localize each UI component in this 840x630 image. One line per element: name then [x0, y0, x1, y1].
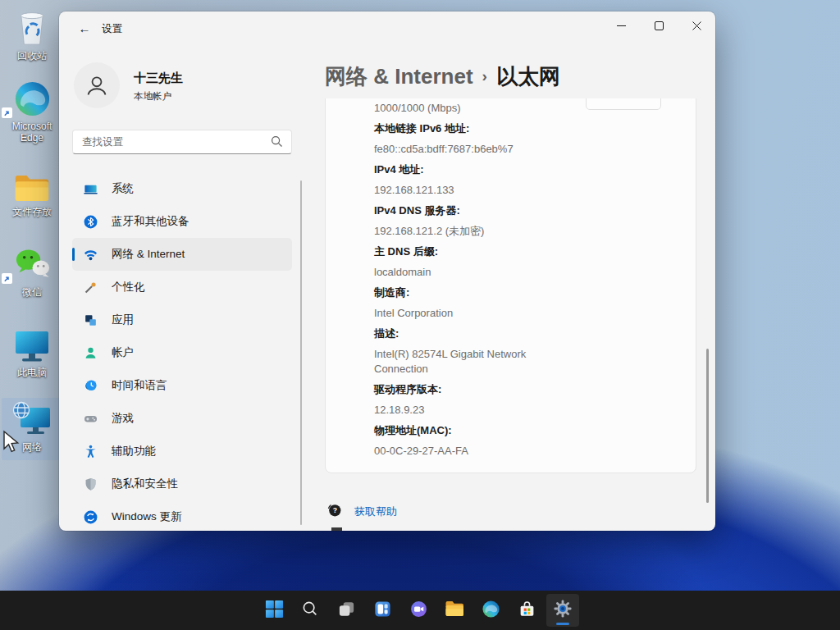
file-explorer-button[interactable] [438, 594, 471, 627]
help-icon: ? [326, 502, 342, 521]
avatar[interactable] [74, 62, 120, 108]
sidebar-item-time-language[interactable]: 时间和语言 [72, 369, 292, 402]
desktop-icon-label: 微信 [2, 286, 62, 298]
network-properties-card: 1000/1000 (Mbps) 本地链接 IPv6 地址: fe80::cd5… [325, 98, 696, 473]
sidebar-item-personalization[interactable]: 个性化 [72, 271, 292, 304]
breadcrumb-parent[interactable]: 网络 & Internet [325, 64, 473, 89]
sidebar-item-system[interactable]: 系统 [72, 172, 292, 205]
start-button[interactable] [258, 594, 290, 627]
windows-update-icon [83, 509, 98, 525]
sidebar-nav: 系统 蓝牙和其他设备 [72, 172, 292, 531]
desktop-icon-label: 文件存放 [2, 206, 62, 217]
mouse-cursor [2, 430, 21, 458]
user-name: 十三先生 [134, 71, 183, 86]
get-help-link[interactable]: ? 获取帮助 [326, 502, 397, 521]
desktop-icon-this-pc[interactable]: 此电脑 [2, 323, 62, 378]
gaming-icon [83, 411, 98, 427]
detail-label: IPv4 地址: [374, 162, 678, 177]
account-type: 本地帐户 [134, 90, 171, 103]
personalization-icon [83, 280, 98, 295]
detail-value: 192.168.121.2 (未加密) [374, 224, 551, 239]
breadcrumb: 网络 & Internet›以太网 [325, 62, 560, 91]
task-view-icon [337, 600, 356, 622]
settings-window: ← 设置 十三先生 本地帐户 [59, 11, 715, 531]
edge-icon [482, 600, 500, 622]
wifi-icon [83, 247, 98, 262]
settings-app-button[interactable] [546, 594, 579, 627]
sidebar-scrollbar[interactable] [300, 180, 302, 525]
sidebar-item-apps[interactable]: 应用 [72, 304, 292, 336]
apps-icon [83, 313, 98, 328]
sidebar-item-accessibility[interactable]: 辅助功能 [72, 435, 292, 468]
widgets-icon [373, 600, 392, 622]
detail-value: 1000/1000 (Mbps) [374, 101, 551, 116]
desktop-icon-label: Microsoft Edge [2, 121, 62, 144]
page-title: 以太网 [496, 64, 560, 89]
detail-label: IPv4 DNS 服务器: [374, 203, 678, 218]
settings-gear-icon [552, 598, 573, 623]
sidebar-item-bluetooth[interactable]: 蓝牙和其他设备 [72, 205, 292, 238]
content-scrollbar[interactable] [706, 349, 709, 503]
feedback-icon-partial [331, 527, 342, 531]
chat-icon [409, 600, 428, 622]
detail-value: localdomain [374, 265, 551, 280]
start-icon [265, 600, 284, 622]
window-title: 设置 [102, 22, 122, 36]
detail-value: 00-0C-29-27-AA-FA [374, 444, 551, 459]
taskbar-search-button[interactable] [294, 594, 326, 627]
store-button[interactable] [510, 594, 543, 627]
sidebar-item-privacy-security[interactable]: 隐私和安全性 [72, 468, 292, 500]
widgets-button[interactable] [366, 594, 399, 627]
time-language-icon [83, 378, 98, 394]
detail-value: 12.18.9.23 [374, 403, 551, 418]
wechat-icon [2, 243, 62, 284]
search-icon [301, 600, 319, 621]
this-pc-icon [2, 323, 62, 364]
edge-icon [2, 77, 62, 118]
desktop: 回收站 Microsoft Edge [0, 0, 840, 630]
folder-icon [2, 162, 62, 203]
desktop-icon-wechat[interactable]: 微信 [2, 243, 62, 298]
accounts-icon [83, 345, 98, 361]
detail-value: 192.168.121.133 [374, 183, 551, 198]
desktop-icon-label: 此电脑 [2, 367, 62, 378]
recycle-bin-icon [2, 7, 62, 48]
detail-label: 主 DNS 后缀: [374, 244, 678, 259]
shortcut-arrow-icon [2, 107, 12, 118]
sidebar-item-network-internet[interactable]: 网络 & Internet [72, 238, 292, 271]
search-icon [271, 135, 283, 151]
file-explorer-icon [445, 600, 464, 621]
detail-value: Intel Corporation [374, 306, 551, 321]
accessibility-icon [83, 444, 98, 459]
store-icon [518, 600, 536, 622]
selection-accent-bar [72, 248, 75, 261]
detail-label: 驱动程序版本: [374, 382, 678, 397]
sidebar-item-accounts[interactable]: 帐户 [72, 336, 292, 369]
desktop-icon-recycle-bin[interactable]: 回收站 [2, 7, 62, 62]
svg-text:?: ? [333, 506, 337, 514]
detail-label: 本地链接 IPv6 地址: [374, 121, 678, 136]
shortcut-arrow-icon [2, 273, 12, 284]
sidebar-item-windows-update[interactable]: Windows 更新 [72, 500, 292, 531]
privacy-shield-icon [83, 477, 98, 492]
system-icon [83, 181, 98, 197]
bluetooth-icon [83, 214, 98, 230]
minimize-button[interactable] [602, 11, 640, 39]
task-view-button[interactable] [330, 594, 363, 627]
desktop-icon-folder[interactable]: 文件存放 [2, 162, 62, 217]
desktop-icon-edge[interactable]: Microsoft Edge [2, 77, 62, 144]
search-input[interactable] [72, 130, 292, 154]
content-scroll-area: 1000/1000 (Mbps) 本地链接 IPv6 地址: fe80::cd5… [305, 98, 697, 531]
back-button[interactable]: ← [72, 18, 97, 38]
chat-button[interactable] [402, 594, 435, 627]
detail-label: 制造商: [374, 285, 678, 300]
detail-label: 物理地址(MAC): [374, 423, 678, 438]
detail-value: fe80::cd5a:bdff:7687:b6eb%7 [374, 142, 551, 157]
breadcrumb-separator-icon: › [482, 67, 487, 84]
sidebar-item-gaming[interactable]: 游戏 [72, 402, 292, 435]
maximize-button[interactable] [640, 11, 678, 39]
close-button[interactable] [678, 11, 715, 39]
desktop-icon-label: 回收站 [2, 50, 62, 62]
edge-button[interactable] [474, 594, 507, 627]
detail-value: Intel(R) 82574L Gigabit Network Connecti… [374, 347, 551, 377]
